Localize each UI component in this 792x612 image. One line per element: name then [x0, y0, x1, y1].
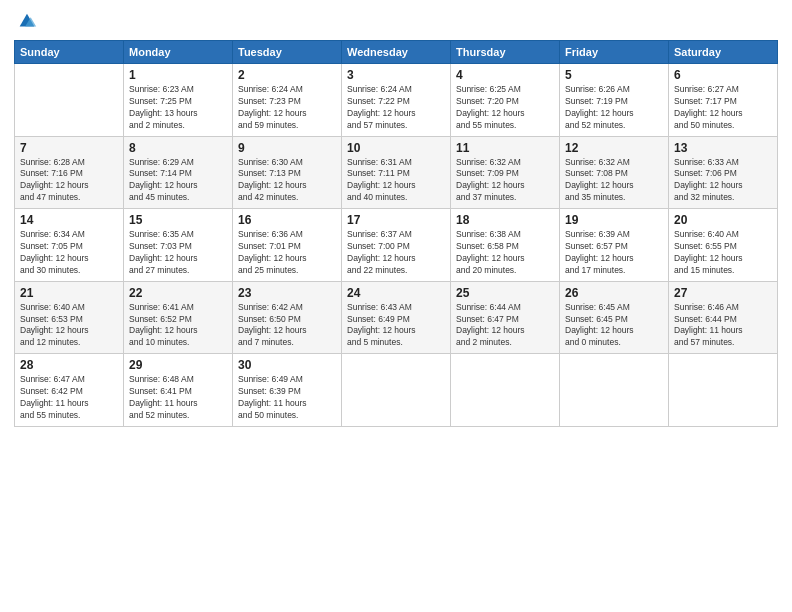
day-number: 8 [129, 141, 227, 155]
calendar-cell: 12Sunrise: 6:32 AMSunset: 7:08 PMDayligh… [560, 136, 669, 209]
day-number: 20 [674, 213, 772, 227]
calendar-cell [669, 354, 778, 427]
day-number: 6 [674, 68, 772, 82]
weekday-header-tuesday: Tuesday [233, 41, 342, 64]
calendar-cell: 2Sunrise: 6:24 AMSunset: 7:23 PMDaylight… [233, 64, 342, 137]
day-info: Sunrise: 6:36 AMSunset: 7:01 PMDaylight:… [238, 229, 336, 277]
calendar-cell: 29Sunrise: 6:48 AMSunset: 6:41 PMDayligh… [124, 354, 233, 427]
day-info: Sunrise: 6:32 AMSunset: 7:08 PMDaylight:… [565, 157, 663, 205]
calendar-cell: 24Sunrise: 6:43 AMSunset: 6:49 PMDayligh… [342, 281, 451, 354]
day-number: 28 [20, 358, 118, 372]
day-info: Sunrise: 6:46 AMSunset: 6:44 PMDaylight:… [674, 302, 772, 350]
calendar-table: SundayMondayTuesdayWednesdayThursdayFrid… [14, 40, 778, 427]
calendar-cell: 14Sunrise: 6:34 AMSunset: 7:05 PMDayligh… [15, 209, 124, 282]
day-number: 24 [347, 286, 445, 300]
day-info: Sunrise: 6:49 AMSunset: 6:39 PMDaylight:… [238, 374, 336, 422]
day-number: 26 [565, 286, 663, 300]
calendar-cell: 21Sunrise: 6:40 AMSunset: 6:53 PMDayligh… [15, 281, 124, 354]
day-info: Sunrise: 6:38 AMSunset: 6:58 PMDaylight:… [456, 229, 554, 277]
day-info: Sunrise: 6:24 AMSunset: 7:23 PMDaylight:… [238, 84, 336, 132]
day-info: Sunrise: 6:45 AMSunset: 6:45 PMDaylight:… [565, 302, 663, 350]
day-number: 3 [347, 68, 445, 82]
day-number: 12 [565, 141, 663, 155]
day-info: Sunrise: 6:26 AMSunset: 7:19 PMDaylight:… [565, 84, 663, 132]
day-number: 14 [20, 213, 118, 227]
day-info: Sunrise: 6:43 AMSunset: 6:49 PMDaylight:… [347, 302, 445, 350]
calendar-cell: 25Sunrise: 6:44 AMSunset: 6:47 PMDayligh… [451, 281, 560, 354]
weekday-header-thursday: Thursday [451, 41, 560, 64]
day-number: 23 [238, 286, 336, 300]
calendar-cell [342, 354, 451, 427]
day-info: Sunrise: 6:40 AMSunset: 6:55 PMDaylight:… [674, 229, 772, 277]
day-number: 4 [456, 68, 554, 82]
day-info: Sunrise: 6:35 AMSunset: 7:03 PMDaylight:… [129, 229, 227, 277]
calendar-cell: 19Sunrise: 6:39 AMSunset: 6:57 PMDayligh… [560, 209, 669, 282]
day-number: 27 [674, 286, 772, 300]
day-info: Sunrise: 6:23 AMSunset: 7:25 PMDaylight:… [129, 84, 227, 132]
day-number: 2 [238, 68, 336, 82]
calendar-cell: 9Sunrise: 6:30 AMSunset: 7:13 PMDaylight… [233, 136, 342, 209]
day-number: 21 [20, 286, 118, 300]
day-number: 7 [20, 141, 118, 155]
calendar-cell: 26Sunrise: 6:45 AMSunset: 6:45 PMDayligh… [560, 281, 669, 354]
day-info: Sunrise: 6:44 AMSunset: 6:47 PMDaylight:… [456, 302, 554, 350]
weekday-header-friday: Friday [560, 41, 669, 64]
day-info: Sunrise: 6:27 AMSunset: 7:17 PMDaylight:… [674, 84, 772, 132]
day-number: 19 [565, 213, 663, 227]
calendar-cell: 27Sunrise: 6:46 AMSunset: 6:44 PMDayligh… [669, 281, 778, 354]
day-info: Sunrise: 6:37 AMSunset: 7:00 PMDaylight:… [347, 229, 445, 277]
calendar-cell [560, 354, 669, 427]
day-number: 11 [456, 141, 554, 155]
day-number: 29 [129, 358, 227, 372]
calendar-cell: 10Sunrise: 6:31 AMSunset: 7:11 PMDayligh… [342, 136, 451, 209]
day-number: 30 [238, 358, 336, 372]
weekday-header-saturday: Saturday [669, 41, 778, 64]
day-number: 25 [456, 286, 554, 300]
day-info: Sunrise: 6:29 AMSunset: 7:14 PMDaylight:… [129, 157, 227, 205]
day-info: Sunrise: 6:48 AMSunset: 6:41 PMDaylight:… [129, 374, 227, 422]
day-info: Sunrise: 6:25 AMSunset: 7:20 PMDaylight:… [456, 84, 554, 132]
day-info: Sunrise: 6:32 AMSunset: 7:09 PMDaylight:… [456, 157, 554, 205]
day-info: Sunrise: 6:31 AMSunset: 7:11 PMDaylight:… [347, 157, 445, 205]
day-number: 5 [565, 68, 663, 82]
day-info: Sunrise: 6:41 AMSunset: 6:52 PMDaylight:… [129, 302, 227, 350]
day-number: 1 [129, 68, 227, 82]
calendar-cell: 16Sunrise: 6:36 AMSunset: 7:01 PMDayligh… [233, 209, 342, 282]
calendar-cell [451, 354, 560, 427]
day-info: Sunrise: 6:33 AMSunset: 7:06 PMDaylight:… [674, 157, 772, 205]
calendar-cell: 23Sunrise: 6:42 AMSunset: 6:50 PMDayligh… [233, 281, 342, 354]
day-number: 9 [238, 141, 336, 155]
calendar-cell: 30Sunrise: 6:49 AMSunset: 6:39 PMDayligh… [233, 354, 342, 427]
calendar-cell: 18Sunrise: 6:38 AMSunset: 6:58 PMDayligh… [451, 209, 560, 282]
calendar-cell: 3Sunrise: 6:24 AMSunset: 7:22 PMDaylight… [342, 64, 451, 137]
calendar-cell: 8Sunrise: 6:29 AMSunset: 7:14 PMDaylight… [124, 136, 233, 209]
calendar-cell: 28Sunrise: 6:47 AMSunset: 6:42 PMDayligh… [15, 354, 124, 427]
day-number: 22 [129, 286, 227, 300]
day-number: 10 [347, 141, 445, 155]
calendar-cell: 7Sunrise: 6:28 AMSunset: 7:16 PMDaylight… [15, 136, 124, 209]
calendar-cell: 6Sunrise: 6:27 AMSunset: 7:17 PMDaylight… [669, 64, 778, 137]
day-number: 13 [674, 141, 772, 155]
calendar-cell: 4Sunrise: 6:25 AMSunset: 7:20 PMDaylight… [451, 64, 560, 137]
day-number: 16 [238, 213, 336, 227]
calendar-cell: 5Sunrise: 6:26 AMSunset: 7:19 PMDaylight… [560, 64, 669, 137]
day-info: Sunrise: 6:30 AMSunset: 7:13 PMDaylight:… [238, 157, 336, 205]
page-header [14, 10, 778, 32]
calendar-cell [15, 64, 124, 137]
day-number: 15 [129, 213, 227, 227]
calendar-cell: 15Sunrise: 6:35 AMSunset: 7:03 PMDayligh… [124, 209, 233, 282]
calendar-cell: 13Sunrise: 6:33 AMSunset: 7:06 PMDayligh… [669, 136, 778, 209]
calendar-cell: 11Sunrise: 6:32 AMSunset: 7:09 PMDayligh… [451, 136, 560, 209]
logo-icon [16, 10, 38, 32]
calendar-cell: 1Sunrise: 6:23 AMSunset: 7:25 PMDaylight… [124, 64, 233, 137]
day-info: Sunrise: 6:40 AMSunset: 6:53 PMDaylight:… [20, 302, 118, 350]
weekday-header-wednesday: Wednesday [342, 41, 451, 64]
weekday-header-monday: Monday [124, 41, 233, 64]
day-info: Sunrise: 6:24 AMSunset: 7:22 PMDaylight:… [347, 84, 445, 132]
day-info: Sunrise: 6:42 AMSunset: 6:50 PMDaylight:… [238, 302, 336, 350]
day-number: 18 [456, 213, 554, 227]
calendar-cell: 17Sunrise: 6:37 AMSunset: 7:00 PMDayligh… [342, 209, 451, 282]
calendar-cell: 20Sunrise: 6:40 AMSunset: 6:55 PMDayligh… [669, 209, 778, 282]
day-info: Sunrise: 6:28 AMSunset: 7:16 PMDaylight:… [20, 157, 118, 205]
logo [14, 10, 38, 32]
